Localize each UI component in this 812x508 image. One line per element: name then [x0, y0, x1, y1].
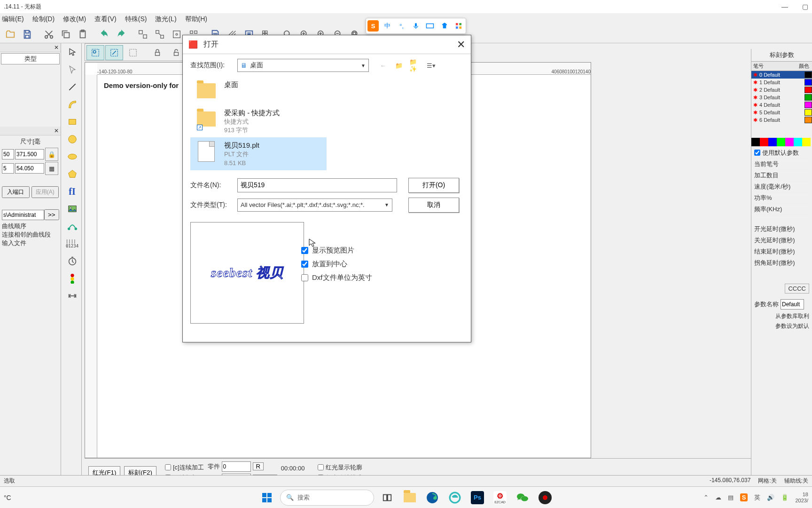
menu-draw[interactable]: 绘制(D) — [32, 15, 55, 24]
curve-tool-icon[interactable] — [64, 96, 81, 113]
input-file-option[interactable]: 输入文件 — [2, 239, 59, 247]
close-panel-icon[interactable]: ✕ — [54, 44, 59, 51]
rect-tool-icon[interactable] — [64, 113, 81, 130]
ime-voice-icon[interactable] — [410, 20, 422, 32]
import-port-button[interactable]: 入端口 — [2, 186, 30, 198]
pen-row-3[interactable]: ✱3 Default — [751, 94, 812, 101]
wechat-icon[interactable] — [513, 488, 532, 507]
copy-icon[interactable] — [58, 27, 73, 42]
param-name-input[interactable] — [781, 299, 804, 310]
ime-punct-icon[interactable]: °, — [396, 20, 407, 32]
ime-keyboard-icon[interactable] — [424, 20, 436, 32]
pen-row-6[interactable]: ✱6 Default — [751, 116, 812, 124]
color-palette[interactable] — [751, 138, 812, 146]
taskbar-search[interactable]: 🔍搜索 — [280, 490, 374, 506]
menu-edit[interactable]: 编辑(E) — [2, 15, 24, 24]
circle-tool-icon[interactable] — [64, 131, 81, 148]
text-tool-icon[interactable]: fI — [64, 183, 81, 200]
tray-onedrive-icon[interactable]: ☁ — [715, 494, 721, 501]
r-button[interactable]: R — [253, 462, 264, 470]
ime-toolbar[interactable]: S 中 °, — [366, 18, 466, 34]
ime-tools-icon[interactable] — [453, 20, 464, 32]
pen-row-4[interactable]: ✱4 Default — [751, 101, 812, 109]
ezcad-taskbar-icon[interactable]: ⚙EZCAD — [491, 488, 509, 507]
inch-checkbox[interactable] — [301, 274, 308, 281]
file-list[interactable]: 桌面 ↗ 爱采购 - 快捷方式 快捷方式 913 字节 视贝519.plt PL… — [190, 77, 463, 170]
extend-tool-icon[interactable] — [64, 287, 81, 304]
pen-row-2[interactable]: ✱2 Default — [751, 86, 812, 94]
save-icon[interactable] — [20, 27, 35, 42]
maximize-icon[interactable]: ▢ — [802, 3, 808, 10]
tray-card-icon[interactable]: ▤ — [728, 494, 734, 501]
select-mode-2-icon[interactable] — [105, 45, 123, 60]
file-item-shortcut[interactable]: ↗ 爱采购 - 快捷方式 快捷方式 913 字节 — [190, 105, 463, 137]
nav-new-icon[interactable]: 📁✨ — [409, 60, 421, 71]
lock-mode-icon[interactable] — [148, 45, 166, 60]
pen-list[interactable]: ✱0 Default ✱1 Default ✱2 Default ✱3 Defa… — [751, 71, 812, 124]
size-x-input[interactable] — [2, 149, 14, 159]
tray-chevron-icon[interactable]: ⌃ — [703, 494, 709, 501]
select-tool-icon[interactable] — [64, 44, 81, 61]
menu-special[interactable]: 特殊(S) — [125, 15, 147, 24]
size-y-input[interactable] — [2, 163, 14, 174]
photoshop-icon[interactable]: Ps — [468, 488, 487, 507]
light-tool-icon[interactable] — [64, 270, 81, 287]
lookin-combo[interactable]: 🖥 桌面 ▼ — [237, 59, 369, 72]
tray-date[interactable]: 2023/ — [795, 498, 808, 503]
file-item-desktop[interactable]: 桌面 — [190, 77, 463, 105]
weather-widget[interactable]: °C — [4, 494, 11, 501]
set-default-link[interactable]: 参数设为默认 — [751, 321, 812, 331]
use-default-checkbox[interactable] — [754, 150, 760, 156]
close-dialog-icon[interactable]: ✕ — [457, 39, 465, 51]
nav-up-icon[interactable]: 📁 — [393, 60, 405, 71]
ime-skin-icon[interactable] — [439, 20, 450, 32]
minimize-icon[interactable]: — — [781, 3, 788, 10]
ime-lang-icon[interactable]: 中 — [382, 20, 393, 32]
cut-icon[interactable] — [41, 27, 56, 42]
preview-checkbox[interactable] — [301, 247, 308, 254]
barcode-tool-icon[interactable]: ||||01234 — [64, 235, 81, 252]
paste-icon[interactable] — [75, 27, 90, 42]
group-icon[interactable] — [135, 27, 150, 42]
timer-tool-icon[interactable] — [64, 253, 81, 270]
adjacent-option[interactable]: 连接相邻的曲线段 — [2, 230, 59, 239]
part-count-input[interactable] — [222, 461, 251, 472]
tray-battery-icon[interactable]: 🔋 — [781, 494, 789, 501]
ie-icon[interactable] — [445, 488, 464, 507]
close-panel-icon[interactable]: ✕ — [54, 127, 59, 134]
tray-volume-icon[interactable]: 🔊 — [767, 494, 774, 501]
task-view-icon[interactable] — [378, 488, 397, 507]
filename-input[interactable] — [237, 178, 397, 192]
pen-row-5[interactable]: ✱5 Default — [751, 109, 812, 116]
filetype-combo[interactable]: All vector Files(*.ai;*.plt;*.dxf;*.dst;… — [237, 198, 392, 212]
size-h-input[interactable] — [15, 163, 44, 174]
menu-modify[interactable]: 修改(M) — [63, 15, 86, 24]
tray-lang-icon[interactable]: 英 — [754, 493, 760, 502]
ungroup-icon[interactable] — [152, 27, 167, 42]
ime-logo-icon[interactable]: S — [367, 20, 379, 32]
windows-taskbar[interactable]: °C 🔍搜索 Ps ⚙EZCAD ⌃ ☁ ▤ S 英 🔊 🔋 18 2023/ — [0, 486, 812, 508]
red-outline-checkbox[interactable] — [318, 464, 324, 470]
polygon-tool-icon[interactable] — [64, 166, 81, 183]
tray-ime-icon[interactable]: S — [740, 493, 748, 501]
from-library-link[interactable]: 从参数库取利 — [751, 311, 812, 321]
size-w-input[interactable] — [15, 149, 44, 159]
undo-icon[interactable] — [97, 27, 112, 42]
array-icon[interactable]: ▦ — [45, 162, 58, 175]
menu-view[interactable]: 查看(V) — [94, 15, 117, 24]
nav-back-icon[interactable]: ← — [377, 60, 389, 71]
cancel-button[interactable]: 取消 — [408, 198, 459, 213]
ellipse-tool-icon[interactable] — [64, 148, 81, 165]
pen-row-1[interactable]: ✱1 Default — [751, 79, 812, 86]
redo-icon[interactable] — [114, 27, 129, 42]
select-mode-1-icon[interactable] — [86, 45, 104, 60]
image-tool-icon[interactable] — [64, 200, 81, 217]
open-button[interactable]: 打开(O) — [408, 178, 459, 193]
edge-icon[interactable] — [423, 488, 442, 507]
start-button[interactable] — [258, 488, 276, 507]
menu-laser[interactable]: 激光(L) — [155, 15, 176, 24]
admin-path-input[interactable] — [2, 210, 44, 220]
curve-order-option[interactable]: 曲线顺序 — [2, 222, 59, 230]
menu-help[interactable]: 帮助(H) — [185, 15, 207, 24]
center-checkbox[interactable] — [301, 261, 308, 268]
